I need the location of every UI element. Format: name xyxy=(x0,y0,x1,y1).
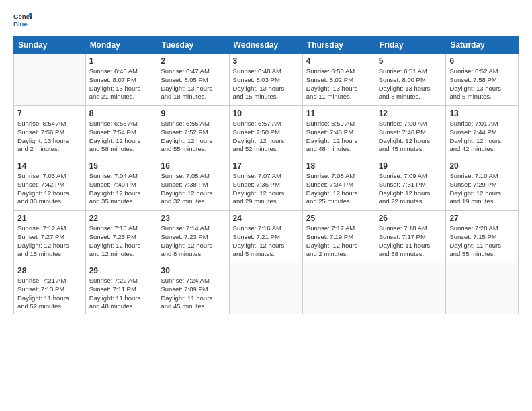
header: General Blue xyxy=(13,11,519,30)
calendar-cell: 21Sunrise: 7:12 AMSunset: 7:27 PMDayligh… xyxy=(14,211,86,263)
day-number: 15 xyxy=(89,161,154,171)
day-info: Sunrise: 7:01 AMSunset: 7:44 PMDaylight:… xyxy=(449,120,515,154)
day-number: 29 xyxy=(89,266,154,275)
weekday-header-sunday: Sunday xyxy=(14,37,86,54)
day-info: Sunrise: 6:48 AMSunset: 8:03 PMDaylight:… xyxy=(233,67,299,101)
day-number: 23 xyxy=(161,214,225,223)
calendar-cell: 8Sunrise: 6:55 AMSunset: 7:54 PMDaylight… xyxy=(85,106,157,158)
day-info: Sunrise: 6:56 AMSunset: 7:52 PMDaylight:… xyxy=(161,120,225,154)
day-number: 28 xyxy=(17,266,82,275)
day-number: 25 xyxy=(306,214,371,223)
calendar-cell: 30Sunrise: 7:24 AMSunset: 7:09 PMDayligh… xyxy=(157,263,229,314)
day-info: Sunrise: 7:12 AMSunset: 7:27 PMDaylight:… xyxy=(17,224,82,259)
calendar-cell: 20Sunrise: 7:10 AMSunset: 7:29 PMDayligh… xyxy=(446,158,519,211)
calendar-cell: 17Sunrise: 7:07 AMSunset: 7:36 PMDayligh… xyxy=(229,158,302,211)
calendar-cell: 29Sunrise: 7:22 AMSunset: 7:11 PMDayligh… xyxy=(85,263,157,314)
weekday-header-wednesday: Wednesday xyxy=(229,37,302,54)
day-info: Sunrise: 7:22 AMSunset: 7:11 PMDaylight:… xyxy=(89,277,154,311)
calendar-cell xyxy=(302,263,375,314)
weekday-header-saturday: Saturday xyxy=(446,37,519,54)
day-number: 8 xyxy=(89,109,154,118)
day-info: Sunrise: 6:59 AMSunset: 7:48 PMDaylight:… xyxy=(306,120,371,154)
day-number: 4 xyxy=(306,56,371,66)
day-number: 19 xyxy=(379,161,443,171)
calendar-cell: 19Sunrise: 7:09 AMSunset: 7:31 PMDayligh… xyxy=(375,158,446,211)
calendar-cell xyxy=(375,263,446,314)
calendar-cell: 12Sunrise: 7:00 AMSunset: 7:46 PMDayligh… xyxy=(375,106,446,158)
week-row-5: 28Sunrise: 7:21 AMSunset: 7:13 PMDayligh… xyxy=(14,263,519,314)
week-row-4: 21Sunrise: 7:12 AMSunset: 7:27 PMDayligh… xyxy=(14,211,519,263)
day-info: Sunrise: 6:46 AMSunset: 8:07 PMDaylight:… xyxy=(89,67,154,101)
calendar-cell: 16Sunrise: 7:05 AMSunset: 7:38 PMDayligh… xyxy=(157,158,229,211)
day-number: 5 xyxy=(379,56,443,66)
day-info: Sunrise: 7:05 AMSunset: 7:38 PMDaylight:… xyxy=(161,172,225,206)
day-number: 14 xyxy=(17,161,82,171)
calendar-cell: 13Sunrise: 7:01 AMSunset: 7:44 PMDayligh… xyxy=(446,106,519,158)
weekday-header-row: SundayMondayTuesdayWednesdayThursdayFrid… xyxy=(14,37,519,54)
calendar-cell: 27Sunrise: 7:20 AMSunset: 7:15 PMDayligh… xyxy=(446,211,519,263)
day-info: Sunrise: 6:55 AMSunset: 7:54 PMDaylight:… xyxy=(89,120,154,154)
day-number: 2 xyxy=(161,56,225,66)
day-info: Sunrise: 7:17 AMSunset: 7:19 PMDaylight:… xyxy=(306,224,371,259)
day-info: Sunrise: 7:14 AMSunset: 7:23 PMDaylight:… xyxy=(161,224,225,259)
calendar-cell: 14Sunrise: 7:03 AMSunset: 7:42 PMDayligh… xyxy=(14,158,86,211)
calendar-cell: 28Sunrise: 7:21 AMSunset: 7:13 PMDayligh… xyxy=(14,263,86,314)
day-info: Sunrise: 6:57 AMSunset: 7:50 PMDaylight:… xyxy=(233,120,299,154)
day-info: Sunrise: 7:13 AMSunset: 7:25 PMDaylight:… xyxy=(89,224,154,259)
day-info: Sunrise: 7:20 AMSunset: 7:15 PMDaylight:… xyxy=(449,224,515,259)
day-info: Sunrise: 7:00 AMSunset: 7:46 PMDaylight:… xyxy=(379,120,443,154)
day-number: 26 xyxy=(379,214,443,223)
day-info: Sunrise: 7:24 AMSunset: 7:09 PMDaylight:… xyxy=(161,277,225,311)
calendar-cell: 7Sunrise: 6:54 AMSunset: 7:56 PMDaylight… xyxy=(14,106,86,158)
week-row-3: 14Sunrise: 7:03 AMSunset: 7:42 PMDayligh… xyxy=(14,158,519,211)
weekday-header-thursday: Thursday xyxy=(302,37,375,54)
calendar-cell xyxy=(229,263,302,314)
calendar-cell xyxy=(14,54,86,106)
day-number: 22 xyxy=(89,214,154,223)
day-number: 17 xyxy=(233,161,299,171)
day-number: 3 xyxy=(233,56,299,66)
calendar-cell: 23Sunrise: 7:14 AMSunset: 7:23 PMDayligh… xyxy=(157,211,229,263)
calendar-cell: 22Sunrise: 7:13 AMSunset: 7:25 PMDayligh… xyxy=(85,211,157,263)
day-info: Sunrise: 7:18 AMSunset: 7:17 PMDaylight:… xyxy=(379,224,443,259)
day-number: 11 xyxy=(306,109,371,118)
weekday-header-friday: Friday xyxy=(375,37,446,54)
day-info: Sunrise: 7:03 AMSunset: 7:42 PMDaylight:… xyxy=(17,172,82,206)
day-info: Sunrise: 7:09 AMSunset: 7:31 PMDaylight:… xyxy=(379,172,443,206)
calendar-cell: 1Sunrise: 6:46 AMSunset: 8:07 PMDaylight… xyxy=(85,54,157,106)
calendar-cell: 9Sunrise: 6:56 AMSunset: 7:52 PMDaylight… xyxy=(157,106,229,158)
calendar-cell: 2Sunrise: 6:47 AMSunset: 8:05 PMDaylight… xyxy=(157,54,229,106)
calendar-cell: 24Sunrise: 7:16 AMSunset: 7:21 PMDayligh… xyxy=(229,211,302,263)
day-number: 13 xyxy=(449,109,515,118)
calendar-cell: 5Sunrise: 6:51 AMSunset: 8:00 PMDaylight… xyxy=(375,54,446,106)
calendar-cell: 3Sunrise: 6:48 AMSunset: 8:03 PMDaylight… xyxy=(229,54,302,106)
day-info: Sunrise: 6:47 AMSunset: 8:05 PMDaylight:… xyxy=(161,67,225,101)
day-number: 30 xyxy=(161,266,225,275)
day-number: 18 xyxy=(306,161,371,171)
day-info: Sunrise: 7:07 AMSunset: 7:36 PMDaylight:… xyxy=(233,172,299,206)
calendar-page: General Blue SundayMondayTuesdayWednesda… xyxy=(0,0,532,411)
day-info: Sunrise: 7:16 AMSunset: 7:21 PMDaylight:… xyxy=(233,224,299,259)
calendar-cell: 4Sunrise: 6:50 AMSunset: 8:02 PMDaylight… xyxy=(302,54,375,106)
day-number: 12 xyxy=(379,109,443,118)
day-number: 10 xyxy=(233,109,299,118)
day-info: Sunrise: 6:52 AMSunset: 7:58 PMDaylight:… xyxy=(449,67,515,101)
day-number: 16 xyxy=(161,161,225,171)
day-number: 6 xyxy=(449,56,515,66)
day-info: Sunrise: 7:08 AMSunset: 7:34 PMDaylight:… xyxy=(306,172,371,206)
calendar-cell: 6Sunrise: 6:52 AMSunset: 7:58 PMDaylight… xyxy=(446,54,519,106)
day-info: Sunrise: 6:50 AMSunset: 8:02 PMDaylight:… xyxy=(306,67,371,101)
week-row-2: 7Sunrise: 6:54 AMSunset: 7:56 PMDaylight… xyxy=(14,106,519,158)
day-info: Sunrise: 7:21 AMSunset: 7:13 PMDaylight:… xyxy=(17,277,82,311)
day-info: Sunrise: 7:04 AMSunset: 7:40 PMDaylight:… xyxy=(89,172,154,206)
calendar-cell: 10Sunrise: 6:57 AMSunset: 7:50 PMDayligh… xyxy=(229,106,302,158)
logo: General Blue xyxy=(13,11,32,30)
day-number: 1 xyxy=(89,56,154,66)
day-number: 21 xyxy=(17,214,82,223)
day-number: 27 xyxy=(449,214,515,223)
calendar-cell: 18Sunrise: 7:08 AMSunset: 7:34 PMDayligh… xyxy=(302,158,375,211)
day-number: 7 xyxy=(17,109,82,118)
calendar-cell: 15Sunrise: 7:04 AMSunset: 7:40 PMDayligh… xyxy=(85,158,157,211)
logo-icon: General Blue xyxy=(13,11,32,30)
calendar-cell xyxy=(446,263,519,314)
